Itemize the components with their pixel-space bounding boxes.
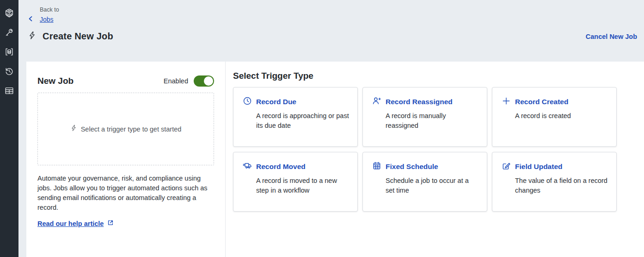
card-title: Fixed Schedule: [386, 163, 438, 171]
card-title: Record Moved: [256, 163, 306, 171]
trigger-card-record-due[interactable]: Record Due A record is approaching or pa…: [233, 87, 358, 147]
trigger-card-record-moved[interactable]: Record Moved A record is moved to a new …: [233, 152, 358, 212]
card-title: Field Updated: [515, 163, 562, 171]
card-title: Record Created: [515, 98, 568, 106]
help-article-link[interactable]: Read our help article: [37, 220, 104, 227]
app-window: Back to Jobs Create New Job Cancel New J…: [0, 0, 644, 257]
trigger-card-record-reassigned[interactable]: Record Reassigned A record is manually r…: [362, 87, 487, 147]
records-icon: [4, 47, 14, 59]
card-title: Record Due: [256, 98, 296, 106]
history-icon: [4, 66, 14, 78]
sidebar-item-key[interactable]: [0, 24, 18, 43]
new-job-panel: New Job Enabled Select a trigger type to…: [26, 62, 226, 257]
card-title: Record Reassigned: [386, 98, 453, 106]
back-chevron-icon[interactable]: [28, 16, 34, 23]
sidebar-item-records[interactable]: [0, 43, 18, 63]
flash-icon: [28, 31, 37, 42]
table-icon: [4, 86, 14, 98]
key-icon: [4, 27, 14, 39]
back-to-label: Back to: [40, 6, 59, 13]
calendar-icon: [372, 161, 381, 172]
page-title: Create New Job: [43, 31, 113, 42]
card-description: A record is approaching or past its due …: [256, 111, 349, 131]
toggle-knob: [204, 76, 213, 86]
truck-icon: [243, 161, 252, 172]
card-description: The value of a field on a record changes: [515, 176, 608, 195]
user-plus-icon: [372, 96, 381, 107]
breadcrumb: Back to Jobs: [28, 6, 637, 23]
sidebar-item-history[interactable]: [0, 63, 18, 82]
cancel-new-job-link[interactable]: Cancel New Job: [586, 33, 637, 40]
placeholder-text: Select a trigger type to get started: [81, 125, 182, 133]
flash-icon: [70, 125, 77, 133]
left-gutter: [18, 62, 26, 257]
main-area: Back to Jobs Create New Job Cancel New J…: [18, 0, 644, 257]
trigger-card-fixed-schedule[interactable]: Fixed Schedule Schedule a job to occur a…: [362, 152, 487, 212]
trigger-card-record-created[interactable]: Record Created A record is created: [492, 87, 617, 147]
trigger-cards: Record Due A record is approaching or pa…: [233, 87, 644, 212]
jobs-link[interactable]: Jobs: [40, 16, 59, 23]
sidebar: [0, 0, 18, 257]
edit-icon: [502, 161, 511, 172]
card-description: Schedule a job to occur at a set time: [386, 176, 478, 195]
enabled-toggle[interactable]: [194, 75, 214, 87]
enabled-label: Enabled: [164, 77, 188, 85]
cube-icon: [4, 8, 14, 20]
plus-icon: [502, 96, 511, 107]
external-link-icon: [107, 219, 114, 228]
trigger-section: Select Trigger Type Record Due A record …: [226, 62, 644, 257]
clock-icon: [243, 96, 252, 107]
card-description: A record is moved to a new step in a wor…: [256, 176, 349, 195]
card-description: A record is manually reassigned: [386, 111, 478, 131]
sidebar-item-table[interactable]: [0, 82, 18, 101]
panel-title: New Job: [37, 76, 74, 86]
page-header: Back to Jobs Create New Job Cancel New J…: [18, 0, 644, 62]
title-row: Create New Job Cancel New Job: [28, 31, 637, 42]
panel-description: Automate your governance, risk, and comp…: [37, 174, 214, 213]
card-description: A record is created: [515, 111, 608, 121]
trigger-placeholder-box[interactable]: Select a trigger type to get started: [37, 93, 214, 165]
trigger-section-title: Select Trigger Type: [233, 71, 644, 81]
content: New Job Enabled Select a trigger type to…: [18, 62, 644, 257]
trigger-card-field-updated[interactable]: Field Updated The value of a field on a …: [492, 152, 617, 212]
sidebar-item-cube[interactable]: [0, 4, 18, 24]
